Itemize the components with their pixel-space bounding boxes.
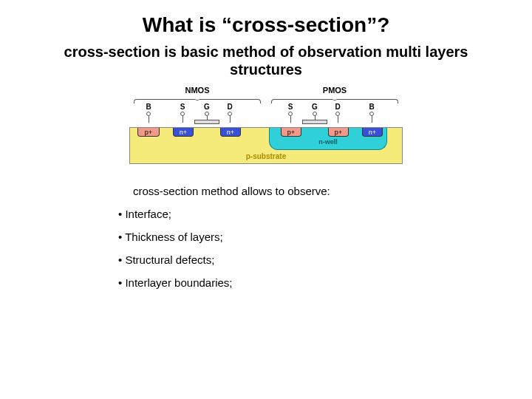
pin-label: B <box>366 103 378 111</box>
pin-label: B <box>143 103 154 111</box>
substrate-label: p-substrate <box>130 152 402 160</box>
region-pplus: p+ <box>328 128 349 137</box>
pin-row: B S G D S G D B <box>129 103 403 127</box>
n-well-label: n-well <box>270 138 386 146</box>
region-pplus: p+ <box>137 128 160 137</box>
slide-subtitle: cross-section is basic method of observa… <box>0 37 532 86</box>
gate-pmos: G <box>302 103 327 124</box>
cmos-cross-section-diagram: NMOS PMOS B S G D S <box>129 86 403 164</box>
bullet-list: Interface; Thickness of layers; Structur… <box>118 208 532 289</box>
pin-label: G <box>194 103 219 111</box>
p-substrate: n-well p+ n+ n+ p+ p+ n+ p-substrate <box>129 127 403 164</box>
pin-label: D <box>224 103 236 111</box>
gate-nmos: G <box>194 103 219 124</box>
gate-plate-icon <box>194 120 219 124</box>
nmos-label: NMOS <box>134 86 261 95</box>
region-nplus: n+ <box>362 128 383 137</box>
pin-label: S <box>284 103 296 111</box>
pin-label: S <box>177 103 188 111</box>
list-item: Structural defects; <box>118 253 532 266</box>
region-nplus: n+ <box>173 128 194 137</box>
region-pplus: p+ <box>281 128 301 137</box>
pin-label: D <box>332 103 344 111</box>
list-item: Thickness of layers; <box>118 231 532 243</box>
slide-title: What is “cross-section”? <box>0 0 532 37</box>
pin-drain-nmos: D <box>224 103 236 123</box>
curly-brace-icon <box>134 96 261 103</box>
list-item: Interface; <box>118 208 532 220</box>
pin-source-nmos: S <box>177 103 188 123</box>
pmos-bracket: PMOS <box>271 86 398 103</box>
pin-body-pmos: B <box>366 103 378 123</box>
list-item: Interlayer boundaries; <box>118 276 532 289</box>
pin-drain-pmos: D <box>332 103 344 123</box>
pin-source-pmos: S <box>284 103 296 123</box>
pmos-label: PMOS <box>271 86 398 95</box>
pin-body-nmos: B <box>143 103 154 123</box>
pin-label: G <box>302 103 327 111</box>
gate-plate-icon <box>302 120 327 124</box>
nmos-bracket: NMOS <box>134 86 261 103</box>
region-nplus: n+ <box>220 128 241 137</box>
observe-intro: cross-section method allows to observe: <box>133 185 532 197</box>
